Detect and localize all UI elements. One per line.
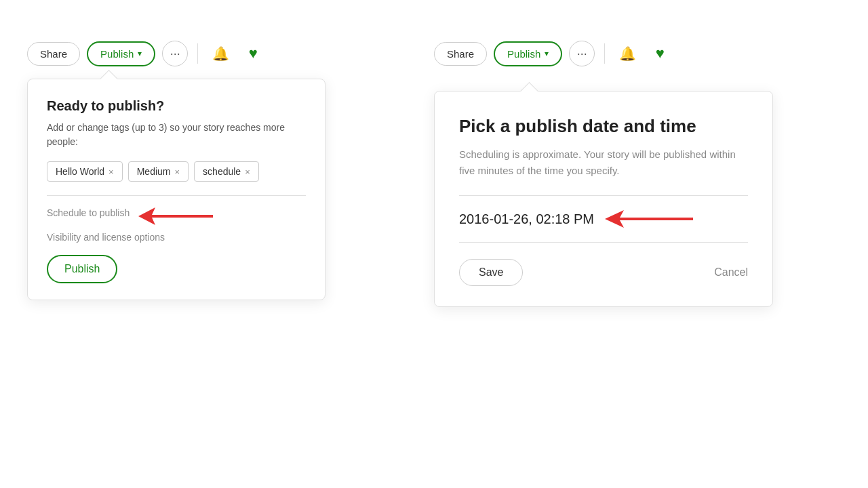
save-button[interactable]: Save <box>459 259 523 286</box>
right-bell-icon: 🔔 <box>619 45 636 62</box>
right-publish-button[interactable]: Publish ▾ <box>494 41 562 66</box>
right-publish-label: Publish <box>507 48 540 60</box>
tag-medium-remove[interactable]: × <box>175 167 180 176</box>
tag-schedule-remove[interactable]: × <box>245 167 250 176</box>
datetime-row: 2016-01-26, 02:18 PM <box>459 208 748 230</box>
left-publish-label: Publish <box>100 48 134 60</box>
tag-schedule: schedule × <box>194 161 259 182</box>
tag-medium-label: Medium <box>137 166 171 177</box>
heart-icon: ♥ <box>249 45 258 62</box>
right-heart-button[interactable]: ♥ <box>647 41 673 66</box>
right-more-button[interactable]: ··· <box>569 41 595 66</box>
left-popup-divider <box>47 195 306 196</box>
right-section: Share Publish ▾ ··· 🔔 ♥ Pick a publish d… <box>434 41 773 307</box>
left-bell-button[interactable]: 🔔 <box>208 41 233 66</box>
tag-hello-world-label: Hello World <box>56 166 104 177</box>
right-share-button[interactable]: Share <box>434 42 487 66</box>
svg-marker-1 <box>605 210 693 228</box>
left-popup-card: Ready to publish? Add or change tags (up… <box>27 79 326 300</box>
left-publish-green-button[interactable]: Publish <box>47 255 117 283</box>
right-toolbar-divider <box>604 43 605 64</box>
tag-hello-world: Hello World × <box>47 161 123 182</box>
red-arrow-datetime <box>605 208 693 230</box>
left-publish-button[interactable]: Publish ▾ <box>87 41 155 66</box>
left-share-button[interactable]: Share <box>27 42 80 66</box>
left-popup-description: Add or change tags (up to 3) so your sto… <box>47 121 306 149</box>
right-publish-chevron-icon: ▾ <box>545 49 549 58</box>
tag-schedule-label: schedule <box>203 166 241 177</box>
left-publish-chevron-icon: ▾ <box>138 49 142 58</box>
datetime-value: 2016-01-26, 02:18 PM <box>459 211 594 227</box>
visibility-options-link[interactable]: Visibility and license options <box>47 232 306 243</box>
right-divider-top <box>459 195 748 196</box>
left-toolbar: Share Publish ▾ ··· 🔔 ♥ <box>27 41 266 66</box>
red-arrow-schedule <box>138 206 213 226</box>
tag-hello-world-remove[interactable]: × <box>108 167 114 176</box>
cancel-button[interactable]: Cancel <box>714 266 748 279</box>
left-heart-button[interactable]: ♥ <box>240 41 266 66</box>
left-section: Share Publish ▾ ··· 🔔 ♥ Ready to publish… <box>27 41 326 300</box>
left-toolbar-divider <box>197 43 198 64</box>
left-more-button[interactable]: ··· <box>162 41 188 66</box>
right-popup-description: Scheduling is approximate. Your story wi… <box>459 146 748 179</box>
right-divider-bottom <box>459 242 748 243</box>
tag-medium: Medium × <box>128 161 189 182</box>
right-popup-title: Pick a publish date and time <box>459 116 748 137</box>
tags-area: Hello World × Medium × schedule × <box>47 161 306 182</box>
left-popup-title: Ready to publish? <box>47 98 306 114</box>
bell-icon: 🔔 <box>212 45 229 62</box>
right-actions: Save Cancel <box>459 259 748 286</box>
right-bell-button[interactable]: 🔔 <box>614 41 640 66</box>
right-heart-icon: ♥ <box>656 45 665 62</box>
schedule-to-publish-link[interactable]: Schedule to publish <box>47 207 130 218</box>
svg-marker-0 <box>138 207 213 225</box>
right-toolbar: Share Publish ▾ ··· 🔔 ♥ <box>434 41 673 66</box>
right-popup-card: Pick a publish date and time Scheduling … <box>434 91 773 307</box>
